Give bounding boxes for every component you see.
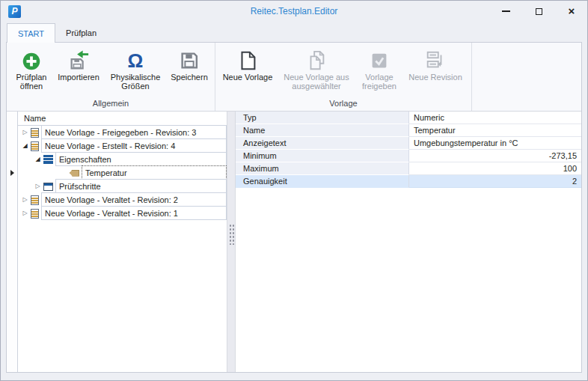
copy-pages-icon: [305, 48, 328, 73]
ribbon-tab-strip: START Prüfplan: [1, 22, 587, 42]
property-value[interactable]: Umgebungstemperatur in °C: [409, 137, 581, 150]
property-value[interactable]: Temperatur: [409, 124, 581, 137]
property-label[interactable]: Anzeigetext: [236, 137, 409, 150]
ribbon-empty-area: [472, 43, 581, 111]
ribbon-group-allgemein-buttons: Prüfplan öffnenImportierenΩPhysikalische…: [7, 43, 215, 99]
tree-row-label: Neue Vorlage - Erstellt - Revision: 4: [41, 138, 227, 153]
title-bar: P Reitec.Testplan.Editor ×: [1, 1, 587, 22]
tree-row[interactable]: ▷Neue Vorlage - Freigegeben - Revision: …: [18, 126, 227, 139]
property-row[interactable]: AnzeigetextUmgebungstemperatur in °C: [236, 137, 581, 150]
property-row[interactable]: NameTemperatur: [236, 124, 581, 137]
ribbon: Prüfplan öffnenImportierenΩPhysikalische…: [7, 43, 581, 112]
tag-icon: [70, 170, 79, 177]
property-label[interactable]: Maximum: [236, 162, 409, 175]
physikalische-groessen-button[interactable]: ΩPhysikalische Größen: [105, 46, 166, 91]
ribbon-button-label: Neue Revision: [408, 73, 462, 82]
revision-icon: [424, 48, 447, 73]
pane-splitter[interactable]: [227, 112, 236, 372]
minimize-button[interactable]: [500, 6, 511, 16]
property-row[interactable]: Genauigkeit2: [236, 175, 581, 188]
importieren-button[interactable]: Importieren: [54, 46, 103, 82]
template-tree-panel: Name ▷Neue Vorlage - Freigegeben - Revis…: [7, 112, 227, 372]
main-area: Name ▷Neue Vorlage - Freigegeben - Revis…: [7, 112, 581, 372]
vorlage-icon: [31, 141, 39, 151]
tree-column-header[interactable]: Name: [18, 112, 227, 126]
expand-arrow-icon[interactable]: ▷: [21, 207, 29, 220]
tree-row-label: Temperatur: [82, 165, 227, 180]
property-value[interactable]: -273,15: [409, 150, 581, 162]
vorlage-icon: [31, 195, 39, 205]
property-value[interactable]: 2: [409, 175, 581, 188]
neue-revision-button: Neue Revision: [403, 46, 468, 82]
maximize-icon: [536, 8, 542, 15]
omega-icon: Ω: [128, 48, 144, 73]
tree-row[interactable]: ▷Neue Vorlage - Veraltet - Revision: 2: [18, 193, 227, 207]
close-button[interactable]: ×: [566, 6, 577, 16]
splitter-grip-icon: [229, 224, 234, 245]
collapse-arrow-icon[interactable]: ◢: [21, 139, 29, 153]
maximize-button[interactable]: [533, 6, 544, 16]
expand-arrow-icon[interactable]: ▷: [21, 193, 29, 207]
tree-content: Name ▷Neue Vorlage - Freigegeben - Revis…: [18, 112, 227, 372]
tab-start[interactable]: START: [7, 23, 55, 43]
property-row[interactable]: Maximum100: [236, 162, 581, 175]
eigenschaften-icon: [43, 155, 53, 164]
save-icon: [178, 48, 200, 73]
property-label[interactable]: Name: [236, 124, 409, 137]
ribbon-button-label: Neue Vorlage: [223, 73, 273, 82]
property-value[interactable]: 100: [409, 162, 581, 175]
ribbon-group-vorlage-buttons: Neue VorlageNeue Vorlage aus ausgewählte…: [215, 43, 471, 99]
property-grid: TypNumericNameTemperaturAnzeigetextUmgeb…: [236, 112, 581, 372]
vorlage-icon: [31, 128, 39, 138]
ribbon-button-label: Vorlage freigeben: [357, 73, 402, 91]
app-body: Prüfplan öffnenImportierenΩPhysikalische…: [6, 42, 582, 373]
neue-vorlage-button[interactable]: Neue Vorlage: [219, 46, 276, 82]
expand-arrow-icon[interactable]: ▷: [21, 126, 29, 139]
minimize-icon: [502, 10, 510, 12]
import-icon: [67, 48, 91, 73]
new-page-icon: [236, 48, 259, 73]
ribbon-button-label: Physikalische Größen: [105, 73, 166, 91]
ribbon-button-label: Importieren: [58, 73, 99, 82]
ribbon-group-vorlage-caption: Vorlage: [215, 99, 471, 111]
add-icon: [20, 48, 43, 73]
tree-row[interactable]: ▷Prüfschritte: [18, 180, 227, 193]
speichern-button[interactable]: Speichern: [168, 46, 211, 82]
tab-pruefplan[interactable]: Prüfplan: [55, 23, 107, 42]
vorlage-freigeben-button: Vorlage freigeben: [357, 46, 402, 91]
ribbon-group-vorlage: Neue VorlageNeue Vorlage aus ausgewählte…: [215, 43, 472, 111]
property-row[interactable]: TypNumeric: [236, 112, 581, 124]
expand-arrow-icon[interactable]: ▷: [34, 180, 42, 193]
tree-row-label: Prüfschritte: [55, 179, 227, 193]
tree-row[interactable]: ◢Neue Vorlage - Erstellt - Revision: 4: [18, 139, 227, 153]
property-value[interactable]: Numeric: [409, 112, 581, 124]
ribbon-button-label: Neue Vorlage aus ausgewählter: [278, 73, 355, 91]
ribbon-group-allgemein: Prüfplan öffnenImportierenΩPhysikalische…: [7, 43, 215, 111]
tree-row[interactable]: Temperatur: [18, 166, 227, 180]
window-controls: ×: [500, 1, 577, 22]
tree-row-label: Eigenschaften: [55, 152, 227, 166]
property-label[interactable]: Typ: [236, 112, 409, 124]
property-label[interactable]: Genauigkeit: [236, 175, 409, 188]
ribbon-button-label: Speichern: [171, 73, 208, 82]
tree-row-label: Neue Vorlage - Veraltet - Revision: 2: [41, 192, 227, 207]
tree-row-label: Neue Vorlage - Veraltet - Revision: 1: [41, 206, 227, 220]
tree-row[interactable]: ▷Neue Vorlage - Veraltet - Revision: 1: [18, 207, 227, 220]
tree-row-label: Neue Vorlage - Freigegeben - Revision: 3: [41, 125, 227, 139]
property-row[interactable]: Minimum-273,15: [236, 150, 581, 162]
app-window: P Reitec.Testplan.Editor × START Prüfpla…: [0, 0, 588, 381]
approve-check-icon: [368, 48, 391, 73]
tree-rows: ▷Neue Vorlage - Freigegeben - Revision: …: [18, 126, 227, 220]
close-icon: ×: [569, 6, 575, 16]
ribbon-button-label: Prüfplan öffnen: [10, 73, 52, 91]
current-row-indicator-icon: [10, 170, 14, 176]
neue-vorlage-aus-ausgewaehlter-button: Neue Vorlage aus ausgewählter: [278, 46, 355, 91]
vorlage-icon: [31, 209, 39, 219]
pruefschritte-icon: [43, 183, 53, 191]
pruefplan-oeffnen-button[interactable]: Prüfplan öffnen: [10, 46, 52, 91]
collapse-arrow-icon[interactable]: ◢: [34, 153, 42, 166]
tree-row[interactable]: ◢Eigenschaften: [18, 153, 227, 166]
tree-row-gutter: [7, 112, 18, 372]
window-title: Reitec.Testplan.Editor: [1, 6, 587, 16]
property-label[interactable]: Minimum: [236, 150, 409, 162]
